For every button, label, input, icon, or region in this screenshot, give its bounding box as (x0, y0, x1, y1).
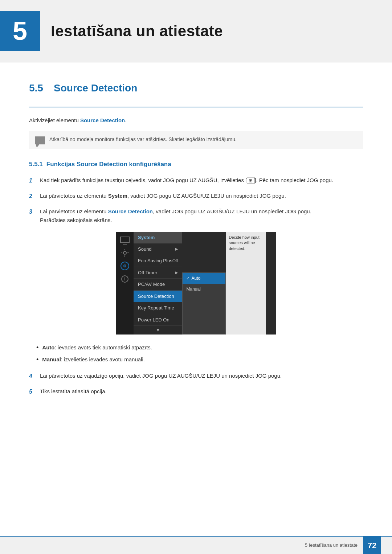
activation-note: Aktivizējiet elementu Source Detection. (29, 116, 363, 125)
step-2: 2 Lai pārvietotos uz elementu System, va… (29, 192, 363, 201)
screen-sidebar: i (116, 232, 134, 335)
menu-items: System Sound▶ Eco Saving PlusOff Off Tim… (134, 232, 182, 335)
chapter-header: 5 Iestatīšana un atiestate (0, 0, 392, 62)
step-1: 1 Kad tiek parādīts funkcijas taustiņu c… (29, 176, 363, 185)
menu-area: System Sound▶ Eco Saving PlusOff Off Tim… (134, 232, 226, 335)
chapter-title: Iestatīšana un atiestate (51, 20, 223, 42)
menu-item-power-led: Power LED On (134, 314, 182, 326)
menu-item-key-repeat: Key Repeat Time (134, 302, 182, 314)
section-separator (29, 107, 363, 107)
submenu: ✓Auto Manual (182, 272, 226, 335)
section-number: 5.5 (29, 81, 47, 96)
screen-container: i System Sound▶ Eco Saving PlusOff Off T… (29, 232, 363, 335)
steps-list-2: 4 Lai pārvietotos uz vajadzīgo opciju, v… (29, 372, 363, 396)
step-4: 4 Lai pārvietotos uz vajadzīgo opciju, v… (29, 372, 363, 381)
steps-list: 1 Kad tiek parādīts funkcijas taustiņu c… (29, 176, 363, 225)
subsection-title: Funkcijas Source Detection konfigurēšana (46, 160, 171, 169)
subsection-number: 5.5.1 (29, 160, 43, 169)
bullet-manual: • Manual: izvēlieties ievades avotu manu… (36, 356, 363, 364)
step-4-text: Lai pārvietotos uz vajadzīgo opciju, vad… (40, 372, 282, 380)
page-footer: 5 Iestatīšana un atiestate 72 (0, 536, 392, 554)
settings-icon (120, 249, 130, 257)
screen-mockup: i System Sound▶ Eco Saving PlusOff Off T… (116, 232, 276, 335)
page-number: 72 (363, 536, 381, 554)
bullet-list: • Auto: ievades avots tiek automātiski a… (36, 344, 363, 364)
submenu-auto: ✓Auto (183, 273, 225, 284)
screen-tip: Decide how input sources will be detecte… (226, 232, 266, 335)
section-title: Source Detection (54, 81, 137, 96)
main-content: 5.5 Source Detection Aktivizējiet elemen… (0, 81, 392, 432)
submenu-manual: Manual (183, 284, 225, 295)
step-5-text: Tiks iestatīta atlasītā opcija. (40, 387, 107, 396)
activation-highlight: Source Detection (80, 117, 125, 123)
info-icon: i (120, 275, 130, 283)
screen-intro-text: Parādīsies sekojošais ekrāns. (40, 217, 112, 223)
menu-item-pcav: PC/AV Mode (134, 279, 182, 291)
menu-item-sound: Sound▶ (134, 243, 182, 255)
footer-text: 5 Iestatīšana un atiestate (305, 542, 358, 549)
gear-icon (120, 262, 130, 270)
menu-item-eco: Eco Saving PlusOff (134, 255, 182, 267)
note-icon (35, 136, 45, 144)
scroll-arrow: ▼ (134, 326, 182, 335)
menu-item-source-detection: Source Detection (134, 291, 182, 303)
info-box: Atkarībā no modeļa monitora funkcijas va… (29, 131, 363, 149)
menu-item-timer: Off Timer▶ (134, 267, 182, 279)
section-heading: 5.5 Source Detection (29, 81, 363, 96)
subsection-heading: 5.5.1 Funkcijas Source Detection konfigu… (29, 160, 363, 169)
chapter-number: 5 (0, 11, 40, 51)
info-text: Atkarībā no modeļa monitora funkcijas va… (49, 136, 237, 143)
monitor-icon (120, 235, 130, 244)
bullet-auto: • Auto: ievades avots tiek automātiski a… (36, 344, 363, 352)
menu-title: System (134, 232, 182, 243)
step-5: 5 Tiks iestatīta atlasītā opcija. (29, 387, 363, 396)
step-3: 3 Lai pārvietotos uz elementu Source Det… (29, 207, 363, 225)
